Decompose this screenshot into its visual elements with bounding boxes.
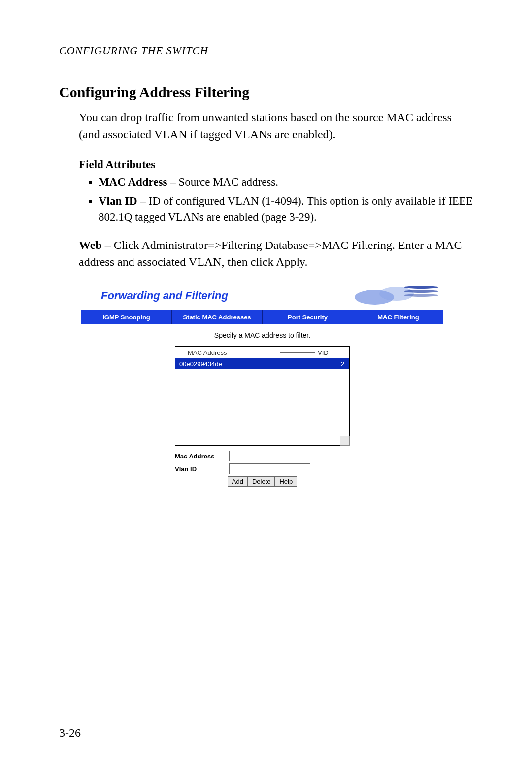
row-mac-value: 00e0299434de — [175, 360, 330, 368]
web-label: Web — [79, 239, 102, 251]
tab-mac-filtering[interactable]: MAC Filtering — [353, 310, 443, 324]
web-paragraph: Web – Click Administrator=>Filtering Dat… — [79, 237, 473, 270]
list-item: Vlan ID – ID of configured VLAN (1-4094)… — [99, 193, 473, 226]
screenshot-panel: Forwarding and Filtering IGMP Snooping S… — [81, 285, 443, 487]
tab-igmp-snooping[interactable]: IGMP Snooping — [81, 310, 172, 324]
page-number: 3-26 — [59, 726, 81, 739]
help-button[interactable]: Help — [275, 476, 297, 487]
row-vid-value: 2 — [330, 360, 349, 368]
running-head: CONFIGURING THE SWITCH — [59, 44, 208, 57]
mac-address-label: Mac Address — [175, 453, 229, 460]
listbox-header-mac: MAC Address — [175, 349, 280, 356]
mac-address-input[interactable] — [229, 451, 310, 461]
decorative-graphic — [350, 285, 443, 307]
panel-title: Forwarding and Filtering — [81, 289, 350, 302]
vlan-id-input[interactable] — [229, 463, 310, 474]
tab-static-mac-addresses[interactable]: Static MAC Addresses — [172, 310, 263, 324]
attr-label: MAC Address — [99, 176, 167, 188]
attr-label: Vlan ID — [99, 195, 137, 207]
section-title: Configuring Address Filtering — [59, 84, 473, 101]
tab-bar: IGMP Snooping Static MAC Addresses Port … — [81, 310, 443, 324]
tab-port-security[interactable]: Port Security — [263, 310, 353, 324]
panel-header: Forwarding and Filtering — [81, 285, 443, 307]
attr-desc: – ID of configured VLAN (1-4094). This o… — [99, 195, 473, 223]
scroll-handle[interactable] — [340, 436, 350, 446]
web-text: – Click Administrator=>Filtering Databas… — [79, 239, 462, 268]
field-attributes-list: MAC Address – Source MAC address. Vlan I… — [89, 174, 473, 225]
listbox-row-selected[interactable]: 00e0299434de 2 — [175, 358, 349, 369]
intro-paragraph: You can drop traffic from unwanted stati… — [79, 109, 473, 142]
attr-desc: – Source MAC address. — [167, 176, 279, 188]
field-attributes-heading: Field Attributes — [79, 158, 473, 171]
vlan-id-label: Vlan ID — [175, 465, 229, 473]
listbox-header-row: MAC Address VID — [175, 347, 349, 358]
list-item: MAC Address – Source MAC address. — [99, 174, 473, 190]
mac-filter-listbox[interactable]: MAC Address VID 00e0299434de 2 — [175, 346, 350, 446]
instruction-text: Specify a MAC address to filter. — [175, 331, 350, 339]
divider — [280, 352, 315, 353]
add-button[interactable]: Add — [228, 476, 248, 487]
listbox-header-vid: VID — [318, 349, 349, 356]
delete-button[interactable]: Delete — [248, 476, 275, 487]
